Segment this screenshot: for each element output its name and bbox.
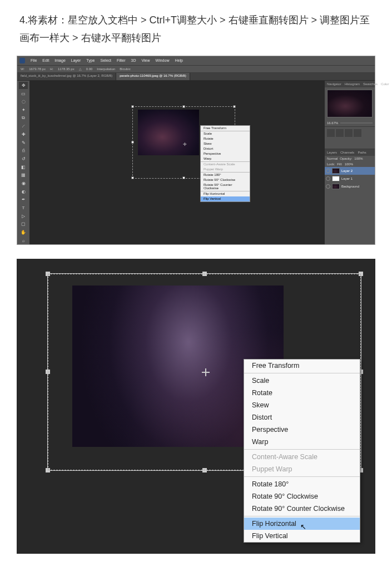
tool-eyedrop[interactable]: ⟋ xyxy=(19,122,28,130)
tool-zoom[interactable]: ⌕ xyxy=(19,237,28,244)
transform-handle-ne[interactable] xyxy=(233,105,236,108)
transform-handle-s[interactable] xyxy=(202,468,207,472)
visibility-icon[interactable] xyxy=(326,169,330,173)
layer-row[interactable]: Layer 1 xyxy=(325,175,375,183)
transform-handle-s[interactable] xyxy=(182,176,185,179)
menu-item-flip-vertical[interactable]: Flip Vertical xyxy=(201,196,250,201)
tool-dodge[interactable]: ◐ xyxy=(19,188,28,195)
menu-item-perspective[interactable]: Perspective xyxy=(244,424,360,436)
transform-anchor-icon[interactable]: ✛ xyxy=(183,142,187,146)
transform-handle-w[interactable] xyxy=(46,370,50,374)
menu-item-rotate-180-[interactable]: Rotate 180° xyxy=(201,173,250,178)
menu-item-rotate-90-clockwise[interactable]: Rotate 90° Clockwise xyxy=(201,178,250,183)
visibility-icon[interactable] xyxy=(326,184,330,189)
visibility-icon[interactable] xyxy=(326,176,330,181)
layers-tab[interactable]: Layers xyxy=(327,151,337,154)
tool-blur[interactable]: ◉ xyxy=(19,180,28,188)
color-tab[interactable]: Color xyxy=(381,82,389,86)
menu-view[interactable]: View xyxy=(142,58,150,62)
tool-lasso[interactable]: ◌ xyxy=(19,98,28,106)
transform-handle-sw[interactable] xyxy=(131,176,134,179)
doc-tab-1[interactable]: field_stock_iii_by_kuschelirmel.jpg @ 16… xyxy=(17,73,116,80)
tool-stamp[interactable]: ⎙ xyxy=(19,147,28,155)
opacity-value[interactable]: 100% xyxy=(354,157,363,160)
doc-tab-2[interactable]: pexels-photo-110469.jpeg @ 16.7% (RGB/8) xyxy=(116,73,190,80)
tool-move[interactable]: ✥ xyxy=(19,82,28,90)
menu-item-distort[interactable]: Distort xyxy=(244,411,360,424)
menu-3d[interactable]: 3D xyxy=(131,58,136,62)
histogram-tab[interactable]: Histogram xyxy=(345,82,360,86)
menu-item-perspective[interactable]: Perspective xyxy=(201,151,250,156)
tool-eraser[interactable]: ◧ xyxy=(19,163,28,171)
transform-handle-sw[interactable] xyxy=(46,468,50,472)
transform-handle-w[interactable] xyxy=(131,141,134,144)
channels-tab[interactable]: Channels xyxy=(340,151,354,154)
menu-item-scale[interactable]: Scale xyxy=(244,375,360,387)
menu-file[interactable]: File xyxy=(31,58,37,62)
menu-select[interactable]: Select xyxy=(101,58,111,62)
menu-item-warp[interactable]: Warp xyxy=(201,156,250,161)
transform-handle-ne[interactable] xyxy=(359,272,363,276)
tool-marquee[interactable]: ▭ xyxy=(19,90,28,97)
swatches-tab[interactable]: Swatches xyxy=(363,82,378,86)
panel-icon[interactable] xyxy=(354,129,361,137)
menu-item-scale[interactable]: Scale xyxy=(201,131,250,136)
tool-wand[interactable]: ✦ xyxy=(19,106,28,114)
panel-icon[interactable] xyxy=(336,129,344,137)
menu-item-rotate-180-[interactable]: Rotate 180° xyxy=(244,478,360,490)
panel-icon[interactable] xyxy=(345,129,353,137)
menu-item-skew[interactable]: Skew xyxy=(201,141,250,146)
menu-item-rotate-90-counter-clockwise[interactable]: Rotate 90° Counter Clockwise xyxy=(244,503,360,515)
tool-gradient[interactable]: ▦ xyxy=(19,171,28,179)
menu-item-rotate[interactable]: Rotate xyxy=(244,387,360,399)
tool-shape[interactable]: ▢ xyxy=(19,220,28,228)
menu-item-flip-vertical[interactable]: Flip Vertical xyxy=(244,530,360,542)
tool-crop[interactable]: ⧉ xyxy=(19,114,28,122)
menu-item-rotate[interactable]: Rotate xyxy=(201,136,250,141)
tool-type[interactable]: T xyxy=(19,204,28,212)
layer-thumb xyxy=(332,184,340,189)
menu-item-free-transform[interactable]: Free Transform xyxy=(201,126,250,131)
layer-row[interactable]: Layer 2 xyxy=(325,167,375,175)
menu-window[interactable]: Window xyxy=(156,58,170,62)
tool-brush[interactable]: ✎ xyxy=(19,139,28,146)
menu-item-rotate-90-clockwise[interactable]: Rotate 90° Clockwise xyxy=(244,490,360,503)
right-panels: Navigator Histogram Swatches Color 16.67… xyxy=(325,81,375,244)
transform-handle-nw[interactable] xyxy=(131,105,134,108)
menu-item-skew[interactable]: Skew xyxy=(244,399,360,411)
menu-help[interactable]: Help xyxy=(175,58,182,62)
menu-item-flip-horizontal[interactable]: Flip Horizontal xyxy=(201,191,250,196)
layer-name: Background xyxy=(341,185,359,188)
menu-item-free-transform[interactable]: Free Transform xyxy=(244,360,360,372)
menu-item-warp[interactable]: Warp xyxy=(244,436,360,448)
menu-item-puppet-warp: Puppet Warp xyxy=(201,167,250,172)
navigator-tab[interactable]: Navigator xyxy=(327,82,341,86)
menu-type[interactable]: Type xyxy=(86,58,95,62)
paths-tab[interactable]: Paths xyxy=(358,151,366,154)
options-bar: W:1673.78 px H:1178.35 px △0.00 Interpol… xyxy=(17,65,375,73)
menu-edit[interactable]: Edit xyxy=(42,58,49,62)
menu-layer[interactable]: Layer xyxy=(71,58,81,62)
layer-row[interactable]: Background xyxy=(325,183,375,190)
cursor-icon: ↖ xyxy=(300,523,306,531)
navigator-thumbnail[interactable] xyxy=(327,90,373,117)
blend-mode[interactable]: Normal xyxy=(327,157,338,160)
menu-item-rotate-90-counter-clockwise[interactable]: Rotate 90° Counter Clockwise xyxy=(201,183,250,191)
transform-handle-n[interactable] xyxy=(202,272,207,276)
transform-anchor-icon[interactable] xyxy=(202,368,210,376)
fill-value[interactable]: 100% xyxy=(345,163,353,166)
canvas-area[interactable]: ✛ Free TransformScaleRotateSkewDistortPe… xyxy=(29,81,325,244)
transform-handle-n[interactable] xyxy=(182,105,185,108)
tool-path[interactable]: ▷ xyxy=(19,212,28,220)
menu-image[interactable]: Image xyxy=(54,58,65,62)
menu-filter[interactable]: Filter xyxy=(117,58,126,62)
zoom-value[interactable]: 16.67% xyxy=(327,121,338,125)
transform-handle-nw[interactable] xyxy=(46,272,50,276)
panel-icon[interactable] xyxy=(327,129,335,137)
tool-hand[interactable]: ✋ xyxy=(19,229,28,237)
tool-heal[interactable]: ✚ xyxy=(19,131,28,139)
menu-item-distort[interactable]: Distort xyxy=(201,146,250,151)
layers-panel: Layers Channels Paths Normal Opacity:100… xyxy=(325,149,375,190)
tool-history[interactable]: ↺ xyxy=(19,155,28,163)
tool-pen[interactable]: ✒ xyxy=(19,196,28,204)
